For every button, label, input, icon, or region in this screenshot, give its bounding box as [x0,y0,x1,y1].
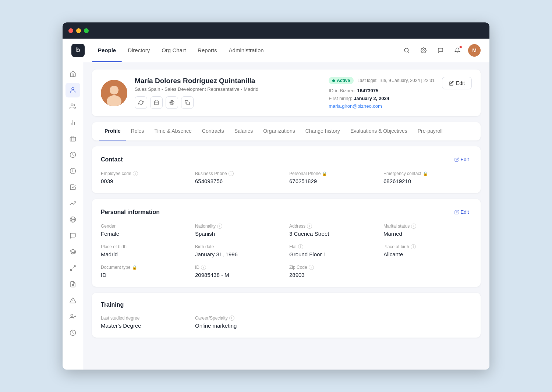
field-nationality: Nationality i Spanish [195,224,283,237]
sidebar-item-message[interactable] [66,228,80,243]
personal-info-header: Personal information Edit [101,208,472,216]
sidebar [63,62,83,370]
svg-point-3 [71,104,73,106]
search-button[interactable] [400,44,413,57]
tab-evaluations[interactable]: Evaluations & Objectives [345,122,413,140]
nav-item-orgchart[interactable]: Org Chart [156,39,192,62]
value-address: 3 Cuenca Street [289,231,378,237]
pencil-icon [449,81,454,86]
tab-contracts[interactable]: Contracts [197,122,229,140]
tabs-bar: Profile Roles Time & Absence Contracts S… [92,122,481,140]
info-icon-address: i [307,224,312,229]
calendar-icon [154,100,159,105]
sidebar-item-clock2[interactable] [66,164,80,178]
sidebar-item-clock[interactable] [66,147,80,162]
svg-point-29 [170,100,174,105]
personal-info-edit-button[interactable]: Edit [452,208,472,216]
refresh-button[interactable] [135,96,147,109]
contact-section-header: Contact Edit [101,155,472,164]
info-icon-career: i [229,316,234,321]
profile-avatar [101,80,127,106]
label-marital-status: Marital status i [383,224,472,229]
file-text-icon [70,281,76,288]
calendar-button[interactable] [150,96,163,109]
value-career-specialty: Online marketing [195,322,283,329]
message-square-icon [70,232,76,239]
field-address: Address i 3 Cuenca Street [289,224,378,237]
value-gender: Female [101,231,189,237]
value-zip-code: 28903 [289,272,378,278]
tab-time-absence[interactable]: Time & Absence [149,122,197,140]
sidebar-item-target[interactable] [66,212,80,227]
sidebar-item-person-add[interactable] [66,309,80,324]
sidebar-item-report[interactable] [66,277,80,292]
tab-organizations[interactable]: Organizations [258,122,300,140]
label-business-phone: Business Phone i [195,171,283,176]
svg-point-12 [72,219,73,220]
nav-item-administration[interactable]: Administration [223,39,270,62]
profile-header-card: María Dolores Rodríguez Quintanilla Sale… [92,70,481,116]
tab-prepayroll[interactable]: Pre-payroll [413,122,448,140]
chat-button[interactable] [434,44,447,57]
alert-triangle-icon [70,297,76,304]
sidebar-item-briefcase[interactable] [66,131,80,146]
timer-icon [70,168,76,174]
sidebar-item-history[interactable] [66,325,80,340]
tab-roles[interactable]: Roles [126,122,149,140]
lock-icon-personal-phone: 🔒 [322,171,327,176]
bar-chart-icon [70,119,76,126]
sidebar-item-flow[interactable] [66,261,80,275]
nav-item-directory[interactable]: Directory [122,39,156,62]
svg-point-0 [404,48,408,52]
nav-item-reports[interactable]: Reports [192,39,223,62]
profile-role: Sales Spain - Sales Development Represen… [135,86,321,92]
main-layout: María Dolores Rodríguez Quintanilla Sale… [63,62,489,370]
training-title: Training [101,302,124,308]
sidebar-item-chart[interactable] [66,115,80,130]
sidebar-item-graduation[interactable] [66,245,80,259]
svg-rect-25 [155,101,159,105]
copy-button[interactable] [181,96,194,109]
label-doc-type: Document type 🔒 [101,265,189,270]
svg-point-23 [110,86,118,95]
email-link[interactable]: maria.giron@bizneo.com [329,103,382,109]
settings-button[interactable] [417,44,430,57]
tab-profile[interactable]: Profile [99,122,126,140]
field-place-birth: Place of birth Madrid [101,244,189,257]
field-id-number: ID i 20985438 - M [195,265,283,278]
value-nationality: Spanish [195,231,283,237]
info-icon-nationality: i [217,224,222,229]
close-dot[interactable] [68,28,73,33]
value-emergency-contact: 682619210 [383,178,472,184]
profile-edit-button[interactable]: Edit [442,77,472,89]
tab-salaries[interactable]: Salaries [229,122,258,140]
label-address: Address i [289,224,378,229]
value-flat: Ground Floor 1 [289,251,378,257]
field-employee-code: Employee code i 0039 [101,171,189,184]
sidebar-item-group[interactable] [66,99,80,114]
nav-item-people[interactable]: People [92,39,122,62]
maximize-dot[interactable] [84,28,89,33]
contact-fields-grid: Employee code i 0039 Business Phone i 65… [101,171,472,184]
sidebar-item-home[interactable] [66,67,80,81]
info-icon-place-birth2: i [411,244,416,249]
user-avatar[interactable]: M [468,44,481,57]
logo[interactable]: b [71,44,85,57]
sidebar-item-alert[interactable] [66,293,80,308]
notifications-button[interactable] [451,44,464,57]
sidebar-item-person[interactable] [66,83,80,97]
svg-rect-7 [70,137,75,141]
refresh-icon [138,100,144,105]
minimize-dot[interactable] [76,28,81,33]
personal-info-fields-grid: Gender Female Nationality i Spanish [101,224,472,278]
lock-icon-emergency: 🔒 [423,171,428,176]
app-container: b People Directory Org Chart Reports Adm… [63,39,489,370]
sidebar-item-check[interactable] [66,180,80,195]
clock-icon [70,152,76,158]
target-button[interactable] [166,96,178,109]
tab-change-history[interactable]: Change history [300,122,345,140]
meta-hiring: First hiring: January 2, 2024 [329,96,389,101]
sidebar-item-analytics[interactable] [66,196,80,211]
contact-edit-button[interactable]: Edit [452,155,472,164]
notification-dot [459,46,462,49]
